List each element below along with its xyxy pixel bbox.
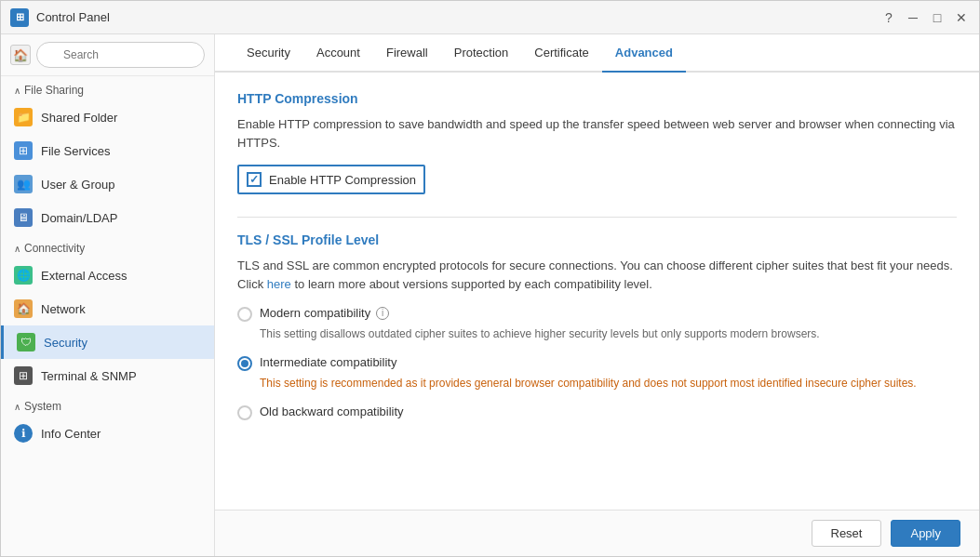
apply-button[interactable]: Apply (891, 520, 960, 547)
sidebar-item-terminal-snmp[interactable]: ⊞ Terminal & SNMP (1, 359, 214, 392)
search-wrap (36, 42, 205, 68)
tab-certificate[interactable]: Certificate (521, 34, 602, 73)
footer-bar: Reset Apply (215, 510, 979, 556)
app-icon: ⊞ (10, 8, 29, 27)
caret-icon-connectivity: ∧ (14, 244, 20, 254)
sidebar-label-security: Security (44, 336, 87, 350)
http-compression-checkbox[interactable] (247, 172, 262, 187)
radio-modern-label: Modern compatibility i (260, 306, 389, 320)
http-compression-title: HTTP Compression (237, 91, 957, 106)
domain-icon: 🖥 (14, 208, 33, 227)
content-area: HTTP Compression Enable HTTP compression… (215, 73, 979, 510)
search-input[interactable] (36, 42, 205, 68)
tab-protection[interactable]: Protection (441, 34, 522, 73)
section-divider (237, 217, 957, 218)
sidebar-label-file-services: File Services (41, 144, 110, 158)
main-body: 🏠 ∧ File Sharing 📁 Shared Folder ⊞ File … (1, 34, 979, 556)
tab-security[interactable]: Security (234, 34, 303, 73)
tls-desc-link[interactable]: here (267, 277, 291, 291)
info-center-icon: ℹ (14, 424, 33, 443)
http-compression-label: Enable HTTP Compression (269, 173, 416, 187)
sidebar-label-info-center: Info Center (41, 427, 101, 441)
tabs-bar: Security Account Firewall Protection Cer… (215, 34, 979, 73)
enable-http-compression-row[interactable]: Enable HTTP Compression (237, 165, 425, 194)
help-button[interactable]: ? (880, 9, 897, 26)
home-icon[interactable]: 🏠 (10, 45, 31, 65)
radio-intermediate-text: Intermediate compatibility (260, 355, 396, 369)
sidebar-item-user-group[interactable]: 👥 User & Group (1, 167, 214, 201)
section-label-connectivity: Connectivity (24, 242, 85, 255)
radio-row-old: Old backward compatibility (237, 404, 957, 420)
sidebar-label-domain-ldap: Domain/LDAP (41, 211, 117, 225)
window-controls: ? ─ □ ✕ (880, 9, 970, 26)
section-header-connectivity[interactable]: ∧ Connectivity (1, 234, 214, 259)
intermediate-desc: This setting is recommended as it provid… (260, 375, 957, 391)
sidebar-label-shared-folder: Shared Folder (41, 111, 117, 125)
sidebar: 🏠 ∧ File Sharing 📁 Shared Folder ⊞ File … (1, 34, 215, 556)
tab-account[interactable]: Account (303, 34, 373, 73)
terminal-icon: ⊞ (14, 366, 33, 385)
caret-icon-system: ∧ (14, 402, 20, 412)
radio-old-text: Old backward compatibility (260, 404, 404, 418)
radio-intermediate[interactable] (237, 356, 252, 371)
sidebar-label-network: Network (41, 302, 86, 316)
reset-button[interactable]: Reset (812, 520, 882, 547)
radio-intermediate-label: Intermediate compatibility (260, 355, 396, 369)
tls-desc-part2: to learn more about versions supported b… (291, 277, 652, 291)
sidebar-item-file-services[interactable]: ⊞ File Services (1, 134, 214, 167)
modern-desc: This setting disallows outdated cipher s… (260, 325, 957, 342)
sidebar-item-security[interactable]: 🛡 Security (1, 325, 214, 359)
sidebar-label-user-group: User & Group (41, 178, 114, 192)
tab-advanced[interactable]: Advanced (602, 34, 686, 73)
sidebar-label-external-access: External Access (41, 269, 128, 283)
tls-ssl-title: TLS / SSL Profile Level (237, 232, 957, 247)
maximize-button[interactable]: □ (929, 9, 946, 26)
title-bar: ⊞ Control Panel ? ─ □ ✕ (1, 1, 979, 34)
caret-icon: ∧ (14, 86, 20, 96)
radio-row-intermediate: Intermediate compatibility (237, 355, 957, 371)
external-access-icon: 🌐 (14, 266, 33, 285)
http-compression-desc: Enable HTTP compression to save bandwidt… (237, 115, 957, 152)
radio-row-modern: Modern compatibility i (237, 306, 957, 322)
section-label-system: System (24, 400, 61, 413)
tls-ssl-desc: TLS and SSL are common encrypted protoco… (237, 257, 957, 293)
users-icon: 👥 (14, 175, 33, 193)
security-icon: 🛡 (17, 333, 35, 351)
section-header-system[interactable]: ∧ System (1, 392, 214, 417)
sidebar-item-domain-ldap[interactable]: 🖥 Domain/LDAP (1, 201, 214, 234)
control-panel-window: ⊞ Control Panel ? ─ □ ✕ 🏠 ∧ File Sharing (0, 0, 980, 557)
sidebar-item-shared-folder[interactable]: 📁 Shared Folder (1, 100, 214, 134)
sidebar-item-network[interactable]: 🏠 Network (1, 292, 214, 325)
radio-modern-text: Modern compatibility (260, 306, 370, 320)
sidebar-label-terminal-snmp: Terminal & SNMP (41, 369, 137, 383)
sidebar-item-info-center[interactable]: ℹ Info Center (1, 417, 214, 450)
window-title: Control Panel (36, 10, 880, 24)
network-icon: 🏠 (14, 299, 33, 318)
close-button[interactable]: ✕ (953, 9, 970, 26)
folder-icon: 📁 (14, 108, 33, 126)
files-icon: ⊞ (14, 141, 33, 160)
tab-firewall[interactable]: Firewall (373, 34, 441, 73)
section-label-file-sharing: File Sharing (24, 84, 84, 97)
sidebar-item-external-access[interactable]: 🌐 External Access (1, 259, 214, 292)
minimize-button[interactable]: ─ (905, 9, 921, 26)
radio-old[interactable] (237, 405, 252, 420)
modern-info-icon[interactable]: i (376, 307, 389, 320)
content-panel: Security Account Firewall Protection Cer… (215, 34, 979, 556)
section-header-file-sharing[interactable]: ∧ File Sharing (1, 76, 214, 100)
radio-old-label: Old backward compatibility (260, 404, 404, 418)
radio-modern[interactable] (237, 307, 252, 322)
